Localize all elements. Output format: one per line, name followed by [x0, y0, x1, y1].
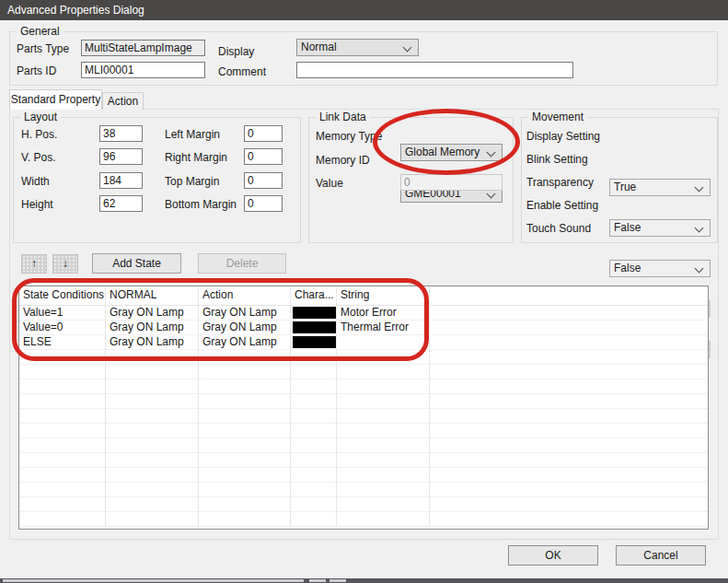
memory-type-select[interactable]: Global Memory [400, 144, 503, 161]
dialog-title: Advanced Properties Dialog [7, 4, 144, 17]
chevron-down-icon [695, 224, 704, 233]
left-margin-field[interactable] [244, 125, 283, 142]
touch-sound-label: Touch Sound [526, 222, 591, 235]
cell-chara[interactable] [291, 306, 337, 321]
chevron-down-icon [487, 148, 496, 157]
cell-chara[interactable] [291, 335, 337, 350]
table-row-empty[interactable] [19, 379, 708, 394]
height-field[interactable] [99, 195, 143, 212]
background-horizontal-scrollbar[interactable] [3, 579, 304, 582]
move-state-up-button[interactable]: ↑ [21, 254, 47, 274]
display-select[interactable]: Normal [296, 39, 419, 56]
left-margin-label: Left Margin [165, 128, 220, 141]
table-row[interactable]: ELSE Gray ON Lamp Gray ON Lamp [19, 335, 708, 350]
transparency-label: Transparency [526, 176, 594, 189]
top-margin-field[interactable] [244, 172, 283, 189]
color-swatch[interactable] [293, 307, 336, 319]
bottom-margin-label: Bottom Margin [165, 198, 237, 211]
add-state-button[interactable]: Add State [92, 253, 181, 274]
table-row-empty[interactable] [19, 350, 708, 365]
layout-group-label: Layout [20, 111, 61, 123]
display-setting-select[interactable]: True [609, 179, 711, 196]
general-group-label: General [17, 25, 64, 38]
col-string[interactable]: String [337, 286, 430, 305]
cell-normal[interactable]: Gray ON Lamp [106, 306, 199, 321]
chevron-down-icon [403, 43, 412, 52]
blink-setting-select[interactable]: False [609, 219, 711, 237]
color-swatch[interactable] [293, 336, 336, 348]
col-chara[interactable]: Chara... [291, 286, 337, 305]
transparency-select[interactable]: False [609, 260, 711, 277]
background-scrollbar-button[interactable] [309, 579, 326, 582]
height-label: Height [21, 198, 53, 211]
dialog-title-bar[interactable]: Advanced Properties Dialog [0, 0, 728, 20]
cell-condition[interactable]: Value=1 [19, 306, 106, 321]
table-row[interactable]: Value=1 Gray ON Lamp Gray ON Lamp Motor … [19, 306, 708, 321]
color-swatch[interactable] [293, 321, 336, 333]
cell-action[interactable]: Gray ON Lamp [199, 306, 291, 321]
blink-setting-label: Blink Setting [526, 153, 588, 166]
cell-action[interactable]: Gray ON Lamp [199, 335, 291, 350]
state-table[interactable]: State Conditions NORMAL Action Chara... … [18, 286, 709, 530]
table-row-empty[interactable] [19, 453, 708, 468]
comment-label: Comment [218, 65, 266, 78]
link-data-group-label: Link Data [316, 111, 370, 123]
cell-condition[interactable]: Value=0 [19, 321, 106, 335]
table-row-empty[interactable] [19, 438, 708, 453]
cell-string[interactable]: Thermal Error [337, 321, 430, 335]
cell-normal[interactable]: Gray ON Lamp [106, 321, 199, 335]
h-pos-field[interactable] [99, 125, 143, 142]
col-state-conditions[interactable]: State Conditions [19, 286, 106, 305]
empty-table-rows [19, 350, 708, 527]
ok-button[interactable]: OK [508, 545, 598, 566]
table-row-empty[interactable] [19, 483, 708, 497]
table-row-empty[interactable] [19, 468, 708, 483]
table-row-empty[interactable] [19, 365, 708, 379]
v-pos-field[interactable] [99, 148, 143, 165]
top-margin-label: Top Margin [165, 175, 219, 188]
cancel-button-label: Cancel [643, 549, 677, 562]
cell-string[interactable] [337, 335, 430, 350]
right-margin-field[interactable] [244, 148, 283, 165]
cell-action[interactable]: Gray ON Lamp [199, 321, 291, 335]
value-label: Value [316, 177, 343, 190]
parts-type-field[interactable] [81, 40, 205, 56]
cell-chara[interactable] [291, 321, 337, 335]
cell-string[interactable]: Motor Error [337, 306, 430, 321]
cancel-button[interactable]: Cancel [616, 545, 706, 566]
memory-type-value: Global Memory [405, 146, 480, 158]
display-setting-label: Display Setting [526, 130, 600, 143]
arrow-up-icon: ↑ [31, 257, 37, 270]
enable-setting-label: Enable Setting [526, 199, 598, 212]
add-state-button-label: Add State [112, 257, 161, 270]
bottom-margin-field[interactable] [244, 195, 283, 212]
table-row-empty[interactable] [19, 424, 708, 438]
col-normal[interactable]: NORMAL [106, 286, 199, 305]
arrow-down-icon: ↓ [63, 257, 68, 270]
memory-type-label: Memory Type [316, 130, 382, 143]
background-scrollbar-button[interactable] [329, 579, 346, 582]
tab-action-label: Action [108, 95, 138, 108]
table-row-empty[interactable] [19, 497, 708, 512]
parts-id-field[interactable] [81, 62, 205, 78]
table-row-empty[interactable] [19, 409, 708, 424]
blink-setting-value: False [614, 221, 641, 234]
move-state-down-button[interactable]: ↓ [52, 254, 78, 274]
tab-standard-property-label: Standard Property [11, 93, 100, 106]
table-row-empty[interactable] [19, 512, 708, 527]
col-action[interactable]: Action [199, 286, 291, 305]
table-row-empty[interactable] [19, 394, 708, 409]
table-row[interactable]: Value=0 Gray ON Lamp Gray ON Lamp Therma… [19, 321, 708, 335]
delete-button: Delete [198, 253, 286, 274]
tab-standard-property[interactable]: Standard Property [9, 89, 102, 110]
right-margin-label: Right Margin [165, 151, 227, 164]
width-field[interactable] [99, 172, 143, 189]
advanced-properties-dialog: Advanced Properties Dialog General Parts… [0, 0, 728, 583]
comment-field[interactable] [296, 62, 573, 78]
cell-normal[interactable]: Gray ON Lamp [106, 335, 199, 350]
state-table-header: State Conditions NORMAL Action Chara... … [19, 286, 708, 306]
parts-type-label: Parts Type [17, 42, 69, 55]
tab-action[interactable]: Action [102, 92, 144, 110]
cell-condition[interactable]: ELSE [19, 335, 106, 350]
display-label: Display [218, 45, 254, 58]
